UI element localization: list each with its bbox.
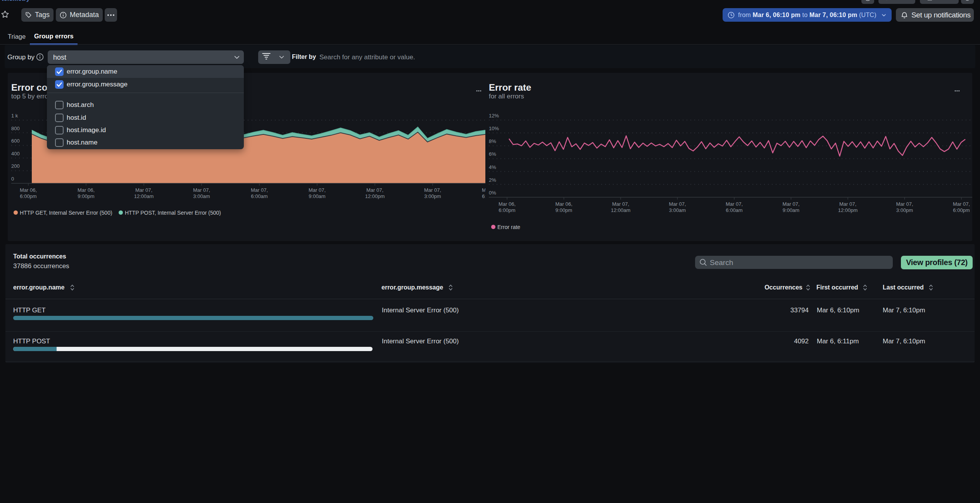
svg-text:12:00am: 12:00am [134,193,154,199]
svg-text:Mar 06,: Mar 06, [20,187,37,193]
svg-text:0: 0 [11,176,14,182]
svg-text:800: 800 [11,126,20,131]
svg-text:6:00pm: 6:00pm [20,193,36,199]
svg-text:Mar 07,: Mar 07, [726,201,743,207]
svg-text:400: 400 [11,151,20,157]
svg-text:6:00pm: 6:00pm [499,207,515,213]
svg-text:Mar 07,: Mar 07, [612,201,629,207]
svg-text:4%: 4% [489,164,496,170]
svg-text:Mar 07,: Mar 07, [839,201,856,207]
svg-text:3:00pm: 3:00pm [424,193,441,199]
svg-text:Mar 07,: Mar 07, [424,187,441,193]
svg-text:9:00am: 9:00am [309,193,325,199]
svg-text:8%: 8% [489,138,496,144]
svg-text:3:00am: 3:00am [669,207,686,213]
svg-text:Mar 07,: Mar 07, [135,187,152,193]
svg-text:1 k: 1 k [11,113,18,119]
svg-text:Mar 06,: Mar 06, [555,201,572,207]
svg-text:Mar 07,: Mar 07, [193,187,210,193]
svg-text:9:00pm: 9:00pm [78,193,94,199]
svg-text:200: 200 [11,163,20,169]
svg-text:Mar 07,: Mar 07, [366,187,383,193]
svg-text:Mar 06,: Mar 06, [78,187,95,193]
svg-text:Mar 07,: Mar 07, [251,187,268,193]
svg-text:0%: 0% [489,190,496,196]
svg-text:9:00pm: 9:00pm [556,207,572,213]
svg-text:12:00pm: 12:00pm [365,193,385,199]
svg-text:3:00am: 3:00am [193,193,210,199]
svg-text:Mar 07,: Mar 07, [482,187,485,193]
svg-text:10%: 10% [489,126,499,131]
svg-text:3:00pm: 3:00pm [896,207,913,213]
svg-text:6:00pm: 6:00pm [482,193,485,199]
svg-text:Mar 07,: Mar 07, [309,187,326,193]
svg-text:2%: 2% [489,177,496,183]
svg-text:6:00am: 6:00am [251,193,267,199]
svg-text:Mar 07,: Mar 07, [782,201,799,207]
svg-text:6:00pm: 6:00pm [953,207,970,213]
svg-text:600: 600 [11,138,20,144]
svg-text:6%: 6% [489,151,496,157]
svg-text:Mar 07,: Mar 07, [953,201,970,207]
svg-text:9:00am: 9:00am [783,207,799,213]
svg-text:Mar 07,: Mar 07, [896,201,913,207]
svg-text:6:00am: 6:00am [726,207,742,213]
svg-text:12:00am: 12:00am [611,207,631,213]
svg-text:12%: 12% [489,113,499,119]
svg-text:Mar 06,: Mar 06, [499,201,516,207]
svg-text:12:00pm: 12:00pm [838,207,858,213]
svg-text:Mar 07,: Mar 07, [669,201,686,207]
